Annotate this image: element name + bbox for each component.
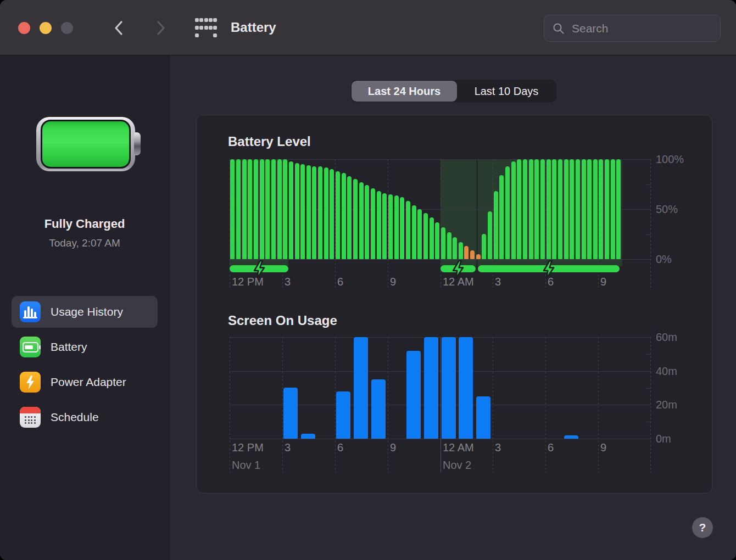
show-all-settings-button[interactable] — [195, 18, 217, 37]
decoration — [25, 419, 26, 421]
battery-level-bar — [540, 159, 545, 259]
battery-level-bar — [423, 213, 428, 259]
tab-last-24-hours[interactable]: Last 24 Hours — [352, 81, 457, 102]
battery-level-bar — [441, 227, 445, 259]
decoration — [23, 317, 37, 318]
battery-level-bar — [517, 159, 521, 259]
x-tick-label: 6 — [548, 441, 554, 454]
battery-level-bar — [236, 159, 241, 259]
battery-level-bar — [248, 159, 252, 259]
back-button[interactable] — [111, 19, 127, 37]
gridline-vertical — [282, 337, 283, 473]
decoration — [27, 306, 30, 317]
decoration — [25, 422, 26, 424]
close-button[interactable] — [18, 22, 30, 34]
battery-level-bar — [505, 166, 510, 259]
battery-level-bar — [523, 159, 527, 259]
decoration — [34, 419, 36, 421]
battery-level-bar — [576, 159, 580, 259]
battery-level-bar — [371, 188, 375, 259]
grid-dot — [209, 26, 213, 30]
battery-level-bar — [353, 179, 358, 259]
calendar-dots — [24, 416, 37, 424]
x-tick-label: 6 — [548, 276, 554, 288]
x-tick-label: 12 PM — [232, 441, 264, 454]
zoom-button[interactable] — [61, 22, 73, 34]
x-tick-label: 6 — [337, 441, 343, 454]
battery-level-bar — [593, 159, 598, 259]
screen-usage-bar — [354, 337, 368, 439]
grid-dot — [199, 26, 203, 30]
screen-usage-bar — [371, 379, 386, 439]
battery-shell — [36, 117, 135, 171]
grid-dot — [213, 33, 217, 37]
y-tick-label: 50% — [656, 203, 678, 216]
gridline-plot-right-edge — [650, 337, 651, 473]
decoration — [28, 422, 30, 424]
battery-level-bar — [382, 193, 387, 259]
sidebar-item-power-adapter[interactable]: Power Adapter — [12, 366, 158, 398]
sidebar-item-label: Usage History — [51, 305, 123, 318]
battery-level-bar — [394, 195, 399, 259]
battery-level-bar — [464, 246, 469, 259]
battery-level-bar — [470, 250, 475, 259]
grid-dot — [195, 26, 199, 30]
battery-level-bar — [564, 159, 568, 259]
search-field[interactable] — [544, 15, 721, 42]
x-tick-label: 3 — [285, 276, 291, 288]
battery-level-bar — [295, 163, 299, 259]
titlebar: Battery — [0, 0, 736, 55]
grid-dot — [209, 18, 213, 22]
y-tick-label: 0m — [656, 433, 671, 445]
usage-history-card: Battery Level 12 PM36912 AM369100%50%0% … — [196, 115, 712, 494]
y-tick-label: 0% — [656, 253, 672, 266]
battery-level-bar — [599, 159, 603, 259]
battery-level-bar — [260, 159, 264, 259]
decoration — [31, 309, 33, 317]
battery-level-bar — [377, 191, 381, 259]
screen-usage-bar — [476, 396, 490, 439]
screen-usage-bar — [459, 337, 473, 439]
x-tick-label: 9 — [600, 276, 606, 288]
battery-level-bar — [499, 175, 504, 259]
sidebar-item-usage-history[interactable]: Usage History — [12, 296, 158, 328]
chevron-right-icon — [153, 20, 168, 36]
decoration — [31, 422, 32, 424]
battery-level-bar — [400, 197, 404, 259]
sidebar-item-label: Power Adapter — [51, 376, 126, 389]
battery-level-bar — [300, 164, 305, 259]
battery-status-title: Fully Charged — [0, 217, 169, 231]
schedule-icon — [20, 407, 41, 428]
battery-level-bar — [412, 205, 416, 259]
battery-glyph — [23, 342, 38, 352]
decoration — [25, 375, 36, 390]
battery-full-icon — [36, 117, 135, 171]
battery-level-bar — [388, 194, 393, 259]
x-tick-label: 3 — [285, 441, 291, 454]
search-input[interactable] — [571, 21, 722, 36]
battery-terminal — [134, 132, 141, 155]
forward-button[interactable] — [153, 19, 168, 37]
sidebar-item-schedule[interactable]: Schedule — [12, 401, 158, 433]
battery-level-bar — [459, 242, 463, 259]
help-button[interactable]: ? — [692, 517, 713, 538]
x-tick-label: 9 — [390, 441, 396, 454]
battery-level-bar — [447, 232, 451, 259]
battery-level-bar — [482, 234, 486, 259]
battery-level-bar — [430, 217, 434, 259]
minimize-button[interactable] — [40, 22, 52, 34]
battery-level-bar — [558, 159, 562, 259]
screen-usage-bar — [424, 337, 438, 439]
x-tick-label: 12 AM — [443, 441, 474, 454]
battery-level-bar — [488, 211, 492, 259]
sidebar-item-battery[interactable]: Battery — [12, 331, 158, 363]
decoration — [39, 345, 41, 349]
battery-level-bar — [552, 159, 556, 259]
usage-history-icon — [20, 301, 41, 322]
battery-level-bar — [347, 176, 352, 259]
tab-last-10-days[interactable]: Last 10 Days — [457, 81, 556, 102]
gridline-vertical — [388, 337, 388, 473]
battery-level-bar — [318, 166, 322, 259]
battery-level-bar — [277, 159, 282, 259]
content-pane: Last 24 HoursLast 10 Days Battery Level … — [170, 55, 736, 560]
